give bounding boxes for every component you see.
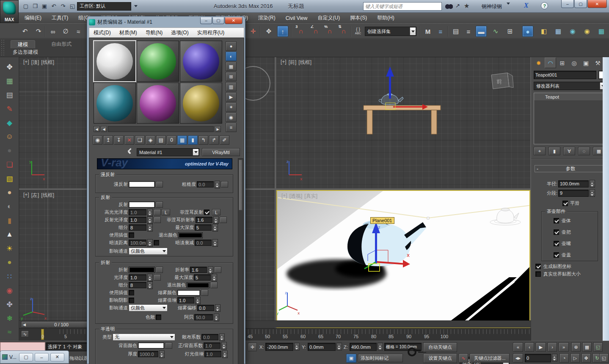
transform-type-in-toggle[interactable]: ✛ [248,343,257,351]
video-color-check-button[interactable]: ▥ [226,82,237,91]
tab-hierarchy[interactable]: ⊞ [557,58,568,68]
select-and-place-button[interactable]: ↑ [277,26,288,37]
material-id-channel-button[interactable]: 0 [167,135,176,145]
show-map-in-viewport-button[interactable]: ▦ [177,135,187,145]
pick-material-button[interactable]: ✐ [220,135,229,145]
workspace-dropdown-icon[interactable] [131,2,141,11]
select-by-material-button[interactable]: ◉ [226,113,237,122]
viewport-shading[interactable]: [线框] [298,59,311,66]
fresnel-reflection-checkbox[interactable] [204,210,209,215]
tab-display[interactable]: ▣ [580,58,592,68]
show-end-result-button[interactable]: ▮ [188,135,198,145]
viewport-menu-plus[interactable]: [+] [23,192,29,199]
search-input[interactable] [363,2,442,11]
me-menu-material[interactable]: 材质(M) [115,29,141,36]
workspace-selector[interactable]: 工作区: 默认 [77,2,131,11]
material-editor-titlebar[interactable]: 材质编辑器 - Material #1 – ▢ ✕ [89,17,243,27]
fog-bias-field[interactable]: 0.0 [197,305,214,311]
layer-manager-icon[interactable]: ▤ [450,26,461,37]
params-scrollbar-track[interactable] [238,158,243,364]
go-to-parent-button[interactable]: ↰ [198,135,208,145]
vfb-close-button[interactable]: ✕ [50,353,64,361]
show-end-result-button[interactable]: ▮ [548,147,560,155]
material-slot-5[interactable] [137,83,179,124]
new-file-button[interactable]: ▢ [21,2,30,11]
max-depth-spinner[interactable] [212,224,218,232]
front-back-coeff-spinner[interactable] [221,342,227,350]
fresnel-ior-spinner[interactable] [213,216,219,224]
parameters-rollout-header[interactable]: - 参数 [535,165,603,172]
search-icon[interactable] [445,4,453,9]
maximize-viewport-toggle[interactable]: ◱ [599,353,609,363]
image-tool-icon[interactable]: ▦ [0,74,19,87]
modifier-list-combo[interactable]: 修改器列表 [534,82,606,90]
time-back-icon[interactable]: ◀ [23,323,26,327]
dim-falloff-spinner[interactable] [212,239,218,247]
pan-view-icon[interactable]: ✥ [581,353,591,363]
snowflake-tool-icon[interactable]: ❄ [0,312,19,325]
roughness-spinner[interactable] [215,181,220,188]
dispersion-checkbox[interactable] [156,314,161,320]
reflect-map-button[interactable] [156,201,163,208]
me-close-button[interactable]: ✕ [225,17,242,24]
max-depth-field[interactable]: 5 [195,224,212,231]
refraction-max-depth-field[interactable]: 5 [194,274,211,281]
menu-rendering[interactable]: 渲染(R) [253,14,281,22]
redo-button[interactable]: ↷ [58,2,68,11]
me-menu-utilities[interactable]: 实用程序(U) [193,29,229,36]
me-menu-modes[interactable]: 模式(D) [89,29,115,36]
me-menu-options[interactable]: 选项(O) [167,29,193,36]
fog-color-map-button[interactable] [201,290,208,296]
stack-tool-icon[interactable]: ▤ [0,88,19,101]
light-multiplier-spinner[interactable] [222,350,228,358]
vfb-maximize-button[interactable]: – [35,353,49,361]
olive-sphere-tool-icon[interactable]: ● [0,256,19,269]
glossiness-field[interactable]: 1.0 [129,274,146,281]
z-spinner[interactable] [378,343,383,350]
current-frame-field[interactable]: 0 [525,354,551,362]
material-name-combo[interactable]: Material #1 [137,148,199,156]
render-setup-icon[interactable]: ◧ [538,26,549,37]
refract-color-swatch[interactable] [129,267,155,273]
make-unique-button[interactable]: ∀ [563,147,575,155]
spout-checkbox[interactable] [554,241,559,246]
stack-item-teapot[interactable]: Teapot [534,93,606,100]
options-button[interactable]: ✶ [226,102,237,112]
named-selection-set-combo[interactable]: 创建选择集 [365,27,416,36]
remove-modifier-button[interactable]: ◌ [578,147,590,155]
thickness-field[interactable]: 1000.0 [138,351,158,357]
titlebar[interactable]: ▢ ❒ ▣ ↶ ↷ ◱ 工作区: 默认 Autodesk 3ds Max 201… [0,0,609,13]
play-button[interactable]: ▶ [536,342,546,352]
auto-key-button[interactable]: 自动关键点 [423,342,457,352]
fresnel-ior-field[interactable]: 1.6 [196,217,212,223]
zoom-extents-icon[interactable]: ◱ [593,342,603,352]
fresnel-lock-button[interactable]: L [212,209,220,215]
minimize-button[interactable]: – [561,0,574,8]
abbe-field[interactable]: 50.0 [194,314,213,320]
eyedropper-icon[interactable] [127,149,132,154]
light-tool-icon[interactable]: ☀ [0,242,19,255]
x-spinner[interactable] [294,343,300,350]
refraction-subdivs-spinner[interactable] [147,281,153,289]
get-material-button[interactable]: ◉ [93,135,102,145]
dim-distance-checkbox[interactable] [154,240,159,245]
minimized-vfb-window[interactable]: V... ▢ – ✕ [0,350,69,364]
real-world-map-size-checkbox[interactable] [535,271,541,277]
light-multiplier-field[interactable]: 1.0 [204,351,221,357]
back-color-map-button[interactable] [165,342,172,349]
material-slot-6[interactable] [180,83,222,124]
ribbon-tab-modeling[interactable]: 建模 [11,40,35,48]
fog-bias-spinner[interactable] [215,304,220,312]
grass-tool-icon[interactable]: ≈ [0,326,19,339]
add-time-tag[interactable]: 添加时间标记 [358,354,403,362]
body-checkbox[interactable] [554,218,559,223]
background-button[interactable]: ▦ [226,62,237,71]
atom-tool-icon[interactable]: ✤ [0,298,19,311]
curve-editor-icon[interactable]: ∿ [490,26,501,37]
viewport-name[interactable]: [前] [289,59,297,66]
tab-modify[interactable]: ◠ [545,58,556,68]
fresnel-ior-map-button[interactable] [220,217,227,223]
tab-utilities[interactable]: ⚒ [592,58,603,68]
schematic-view-icon[interactable]: ⊞ [504,26,515,37]
viewport-front[interactable]: [+] [前] [线框] [276,57,530,188]
